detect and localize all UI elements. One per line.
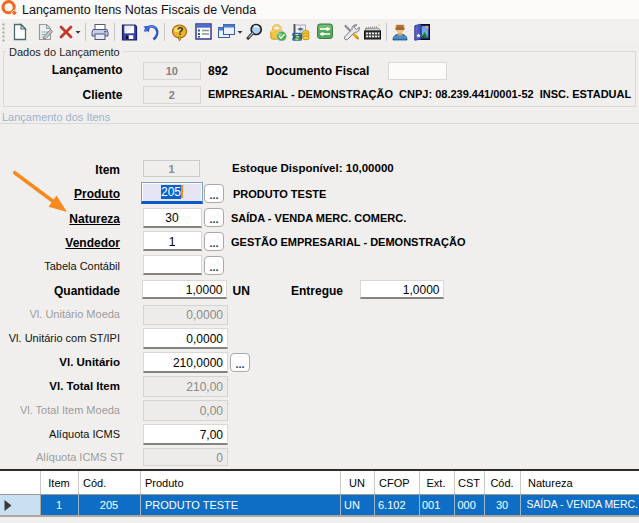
svg-text:?: ? xyxy=(177,25,184,37)
